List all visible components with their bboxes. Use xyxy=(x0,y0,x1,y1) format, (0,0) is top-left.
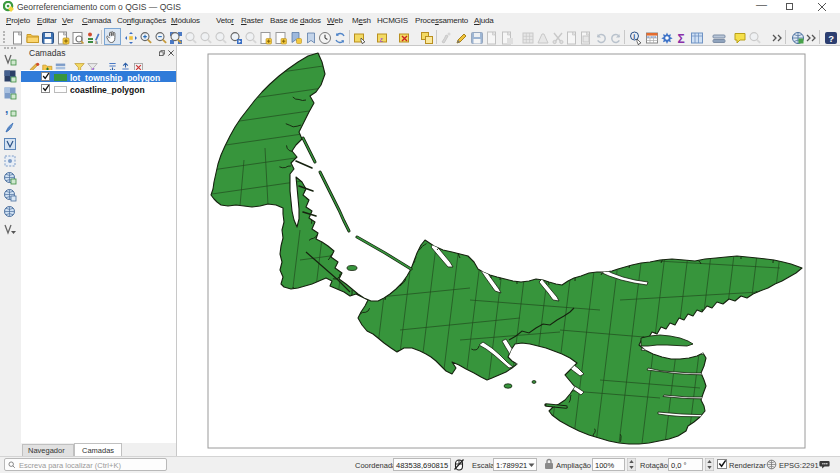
svg-text:i: i xyxy=(633,33,635,40)
svg-text:Σ: Σ xyxy=(678,32,685,46)
svg-text:a: a xyxy=(95,39,98,45)
svg-text:,: , xyxy=(5,103,8,116)
svg-text:?: ? xyxy=(828,33,834,44)
